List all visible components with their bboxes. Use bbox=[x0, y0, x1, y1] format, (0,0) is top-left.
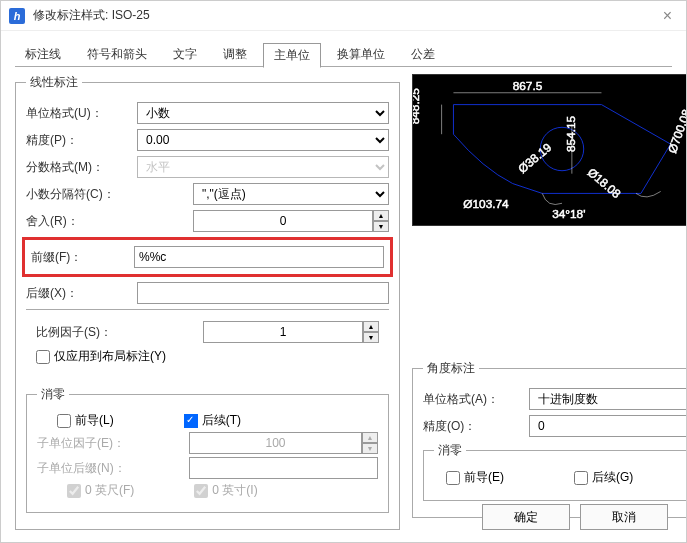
inch-check bbox=[194, 484, 208, 498]
fraction-select[interactable]: 水平 bbox=[137, 156, 389, 178]
zero-linear-legend: 消零 bbox=[37, 386, 69, 403]
linear-legend: 线性标注 bbox=[26, 74, 82, 91]
angular-legend: 角度标注 bbox=[423, 360, 479, 377]
angular-precision-select[interactable]: 0 bbox=[529, 415, 687, 437]
prefix-label: 前缀(F)： bbox=[31, 249, 128, 266]
scale-factor-label: 比例因子(S)： bbox=[36, 324, 141, 341]
svg-text:854.15: 854.15 bbox=[564, 115, 578, 152]
tab-text[interactable]: 文字 bbox=[163, 43, 207, 68]
scale-down[interactable]: ▼ bbox=[363, 332, 379, 343]
scale-up[interactable]: ▲ bbox=[363, 321, 379, 332]
tab-symbols-arrows[interactable]: 符号和箭头 bbox=[77, 43, 157, 68]
window-title: 修改标注样式: ISO-25 bbox=[33, 7, 657, 24]
leading-l-label: 前导(L) bbox=[75, 412, 114, 429]
trailing-l-label: 后续(T) bbox=[202, 412, 241, 429]
svg-text:34°18': 34°18' bbox=[552, 207, 585, 221]
suffix-input[interactable] bbox=[137, 282, 389, 304]
app-icon: h bbox=[9, 8, 25, 24]
leading-l-check[interactable] bbox=[57, 414, 71, 428]
angular-precision-label: 精度(O)： bbox=[423, 418, 523, 435]
unit-format-label: 单位格式(U)： bbox=[26, 105, 131, 122]
feet-check bbox=[67, 484, 81, 498]
subfactor-down: ▼ bbox=[362, 443, 378, 454]
preview-pane: 867.5 848.25 854.15 Ø103.74 Ø38.19 Ø18.0… bbox=[412, 74, 687, 226]
apply-layout-label: 仅应用到布局标注(Y) bbox=[54, 348, 166, 365]
round-label: 舍入(R)： bbox=[26, 213, 131, 230]
svg-text:848.25: 848.25 bbox=[413, 88, 422, 125]
decimal-sep-label: 小数分隔符(C)： bbox=[26, 186, 131, 203]
unit-format-select[interactable]: 小数 bbox=[137, 102, 389, 124]
zero-angular-group: 消零 前导(E) 后续(G) bbox=[423, 442, 687, 501]
zero-linear-group: 消零 前导(L) 后续(T) 子单位因子(E)： ▲▼ 子单位后缀(N)： bbox=[26, 386, 389, 513]
apply-layout-check[interactable] bbox=[36, 350, 50, 364]
close-icon[interactable]: × bbox=[657, 7, 678, 25]
round-input[interactable] bbox=[193, 210, 373, 232]
angular-unit-label: 单位格式(A)： bbox=[423, 391, 523, 408]
prefix-input[interactable] bbox=[134, 246, 384, 268]
ok-button[interactable]: 确定 bbox=[482, 504, 570, 530]
suffix-label: 后缀(X)： bbox=[26, 285, 131, 302]
svg-text:Ø18.08: Ø18.08 bbox=[585, 165, 624, 201]
subfactor-input bbox=[189, 432, 362, 454]
round-down[interactable]: ▼ bbox=[373, 221, 389, 232]
title-bar: h 修改标注样式: ISO-25 × bbox=[1, 1, 686, 31]
fraction-label: 分数格式(M)： bbox=[26, 159, 131, 176]
prefix-row: 前缀(F)： bbox=[22, 237, 393, 277]
zero-angular-legend: 消零 bbox=[434, 442, 466, 459]
subsuffix-input bbox=[189, 457, 378, 479]
footer: 确定 取消 bbox=[482, 504, 668, 530]
scale-factor-input[interactable] bbox=[203, 321, 363, 343]
precision-label: 精度(P)： bbox=[26, 132, 131, 149]
round-up[interactable]: ▲ bbox=[373, 210, 389, 221]
angular-group: 角度标注 单位格式(A)： 十进制度数 精度(O)： 0 消零 前导(E) 后续… bbox=[412, 360, 687, 518]
tab-tolerance[interactable]: 公差 bbox=[401, 43, 445, 68]
trailing-a-check[interactable] bbox=[574, 471, 588, 485]
linear-group: 线性标注 单位格式(U)： 小数 精度(P)： 0.00 分数格式(M)： 水平… bbox=[15, 74, 400, 530]
svg-text:Ø103.74: Ø103.74 bbox=[463, 197, 509, 211]
tab-dimension-line[interactable]: 标注线 bbox=[15, 43, 71, 68]
scale-group: 测量单位比例 比例因子(S)： ▲▼ 仅应用到布局标注(Y) bbox=[26, 309, 389, 380]
trailing-a-label: 后续(G) bbox=[592, 469, 633, 486]
precision-select[interactable]: 0.00 bbox=[137, 129, 389, 151]
leading-a-label: 前导(E) bbox=[464, 469, 504, 486]
content: 线性标注 单位格式(U)： 小数 精度(P)： 0.00 分数格式(M)： 水平… bbox=[1, 74, 686, 536]
subfactor-label: 子单位因子(E)： bbox=[37, 435, 147, 452]
svg-text:Ø38.19: Ø38.19 bbox=[515, 140, 554, 176]
tab-adjust[interactable]: 调整 bbox=[213, 43, 257, 68]
cancel-button[interactable]: 取消 bbox=[580, 504, 668, 530]
angular-unit-select[interactable]: 十进制度数 bbox=[529, 388, 687, 410]
leading-a-check[interactable] bbox=[446, 471, 460, 485]
trailing-l-check[interactable] bbox=[184, 414, 198, 428]
inch-label: 0 英寸(I) bbox=[212, 482, 257, 499]
tab-primary-units[interactable]: 主单位 bbox=[263, 43, 321, 68]
decimal-sep-select[interactable]: ","(逗点) bbox=[193, 183, 389, 205]
feet-label: 0 英尺(F) bbox=[85, 482, 134, 499]
svg-text:867.5: 867.5 bbox=[513, 79, 543, 93]
subsuffix-label: 子单位后缀(N)： bbox=[37, 460, 147, 477]
tab-alt-units[interactable]: 换算单位 bbox=[327, 43, 395, 68]
svg-text:Ø700.08: Ø700.08 bbox=[665, 107, 687, 155]
subfactor-up: ▲ bbox=[362, 432, 378, 443]
